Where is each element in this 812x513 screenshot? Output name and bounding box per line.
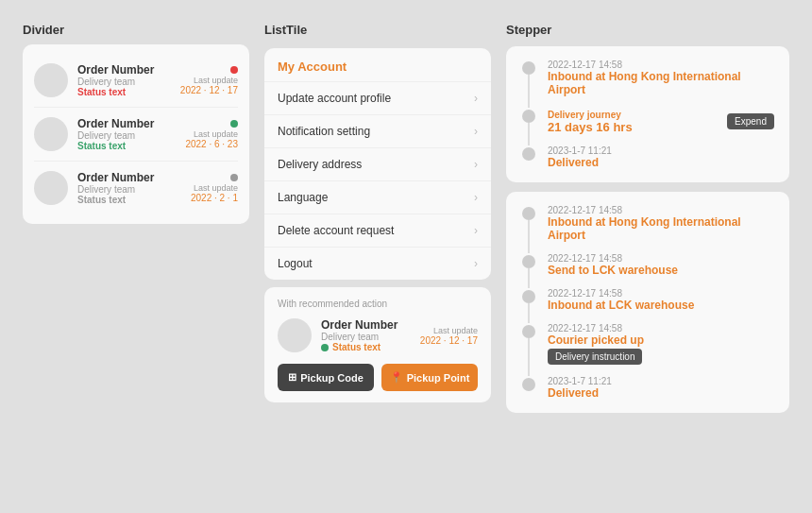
stepper-left-2-3 [521,323,536,376]
stepper-dot-1-2 [522,147,535,161]
stepper-event-2-2: Inbound at LCK warehouse [548,299,774,312]
recommended-avatar [278,318,312,352]
pickup-point-label: Pickup Point [407,372,470,384]
stepper-item-2-0: 2022-12-17 14:58 Inbound at Hong Kong In… [521,205,774,253]
menu-label-1: Notification setting [278,125,370,138]
stepper-datetime-2-0: 2022-12-17 14:58 [548,205,774,215]
menu-label-4: Delete account request [278,224,394,237]
recommended-status-text: Status text [332,342,381,352]
recommended-card: With recommended action Order Number Del… [264,287,491,402]
listtile-section: ListTile My Account Update account profi… [264,23,491,490]
stepper-title: Stepper [506,23,789,37]
stepper-journey-label-1-1: Delivery journey [548,110,633,120]
menu-label-2: Delivery address [278,158,362,171]
stepper-event-2-0: Inbound at Hong Kong International Airpo… [548,215,774,242]
stepper-card-2: 2022-12-17 14:58 Inbound at Hong Kong In… [506,192,789,413]
listtile-title: ListTile [264,23,491,37]
last-update-label-1: Last update [180,76,238,85]
stepper-datetime-2-1: 2022-12-17 14:58 [548,253,774,264]
avatar-2 [34,117,68,151]
menu-item-2[interactable]: Delivery address › [264,147,491,180]
stepper-content-2-2: 2022-12-17 14:58 Inbound at LCK warehous… [548,288,774,323]
stepper-line-1-1 [528,123,530,145]
avatar-1 [34,63,68,97]
stepper-line-2-2 [528,303,530,323]
recommended-status-dot [321,344,329,351]
stepper-left-1-2 [521,145,536,169]
recommended-delivery-team: Delivery team [321,332,411,342]
order-number-1: Order Number [77,63,171,77]
order-info-2: Order Number Delivery team Status text [77,117,176,151]
stepper-content-2-3: 2022-12-17 14:58 Courier picked up Deliv… [548,323,774,376]
order-row-3: Order Number Delivery team Status text L… [34,162,238,214]
chevron-icon-1: › [474,125,478,138]
status-text-2: Status text [77,141,176,151]
stepper-datetime-2-3: 2022-12-17 14:58 [548,323,774,333]
recommended-order-number: Order Number [321,318,411,332]
menu-item-4[interactable]: Delete account request › [264,214,491,247]
recommended-date: 2022 · 12 · 17 [420,335,478,346]
stepper-line-2-0 [528,220,530,253]
expend-button[interactable]: Expend [727,113,774,129]
pickup-code-button[interactable]: ⊞ Pickup Code [278,364,374,391]
stepper-dot-2-3 [522,325,535,338]
menu-item-5[interactable]: Logout › [264,247,491,280]
stepper-item-2-4: 2023-1-7 11:21 Delivered [521,376,774,400]
stepper-item-1-0: 2022-12-17 14:58 Inbound at Hong Kong In… [521,60,774,108]
stepper-left-1-0 [521,60,536,108]
menu-item-0[interactable]: Update account profile › [264,81,491,114]
stepper-item-2-3: 2022-12-17 14:58 Courier picked up Deliv… [521,323,774,376]
stepper-item-1-2: 2023-1-7 11:21 Delivered [521,145,774,169]
stepper-content-2-0: 2022-12-17 14:58 Inbound at Hong Kong In… [548,205,774,253]
stepper-dot-2-2 [522,290,535,303]
status-dot-1 [230,66,238,74]
stepper-datetime-1-0: 2022-12-17 14:58 [548,60,774,70]
action-buttons: ⊞ Pickup Code 📍 Pickup Point [278,364,478,391]
order-number-3: Order Number [77,171,181,184]
stepper-left-1-1 [521,108,536,145]
stepper-datetime-2-4: 2023-1-7 11:21 [548,376,774,386]
stepper-left-2-4 [521,376,536,400]
order-row-1: Order Number Delivery team Status text L… [34,54,238,108]
divider-section: Divider Order Number Delivery team Statu… [23,23,249,490]
recommended-label: With recommended action [278,299,478,309]
menu-item-3[interactable]: Language › [264,180,491,214]
stepper-event-2-3: Courier picked up [548,333,774,347]
stepper-card-1: 2022-12-17 14:58 Inbound at Hong Kong In… [506,46,789,182]
order-row-2: Order Number Delivery team Status text L… [34,108,238,162]
delivery-team-2: Delivery team [77,130,176,141]
divider-order-card: Order Number Delivery team Status text L… [23,44,249,224]
order-meta-3: Last update 2022 · 2 · 1 [191,183,238,203]
pickup-code-label: Pickup Code [300,372,364,384]
chevron-icon-3: › [474,191,478,204]
stepper-left-2-1 [521,253,536,288]
recommended-order-row: Order Number Delivery team Status text L… [278,318,478,352]
avatar-3 [34,171,68,205]
chevron-icon-5: › [474,257,478,270]
stepper-meta-1-1: Delivery journey 21 days 16 hrs Expend [548,108,774,134]
status-text-1: Status text [77,87,171,97]
stepper-left-2-0 [521,205,536,253]
stepper-dot-1-1 [522,110,535,123]
stepper-items-2: 2022-12-17 14:58 Inbound at Hong Kong In… [521,205,774,400]
menu-label-3: Language [278,191,328,204]
stepper-dot-2-1 [522,255,535,268]
stepper-section: Stepper 2022-12-17 14:58 Inbound at Hong… [506,23,789,490]
stepper-line-2-1 [528,268,530,288]
menu-item-1[interactable]: Notification setting › [264,114,491,147]
chevron-icon-0: › [474,92,478,105]
pickup-point-button[interactable]: 📍 Pickup Point [381,364,478,391]
menu-label-0: Update account profile [278,92,391,105]
stepper-datetime-1-2: 2023-1-7 11:21 [548,145,774,156]
stepper-line-1-0 [528,75,530,108]
stepper-event-1-2: Delivered [548,156,774,169]
stepper-event-1-0: Inbound at Hong Kong International Airpo… [548,70,774,96]
delivery-team-3: Delivery team [77,184,181,195]
status-dot-3 [230,174,238,181]
stepper-journey-1-1: Delivery journey 21 days 16 hrs [548,108,633,134]
stepper-event-2-4: Delivered [548,386,774,400]
status-dot-2 [230,120,238,128]
order-meta-1: Last update 2022 · 12 · 17 [180,76,238,95]
stepper-dot-2-4 [522,378,535,391]
last-update-label-3: Last update [191,183,238,193]
